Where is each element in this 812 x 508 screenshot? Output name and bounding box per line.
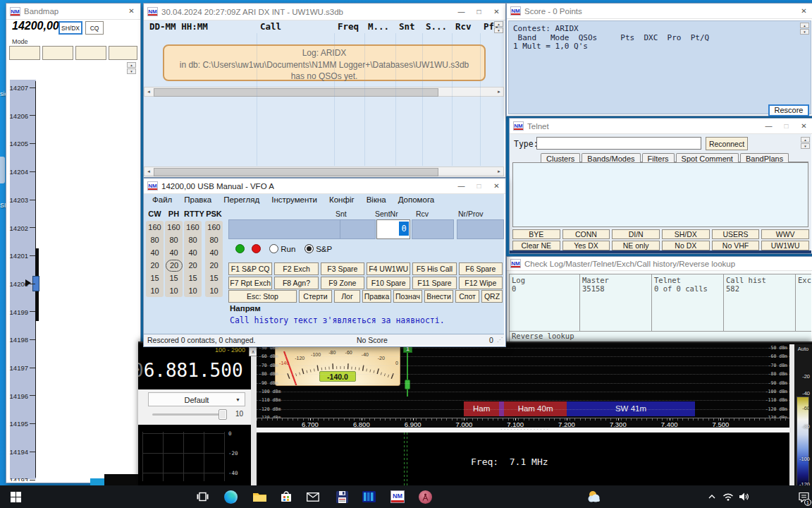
edge-browser-icon[interactable] <box>220 485 241 508</box>
band-button-cw-15[interactable]: 15 <box>146 272 164 284</box>
close-icon[interactable]: ✕ <box>488 183 505 190</box>
log-hscrollbar2[interactable]: ◄► <box>144 167 504 176</box>
band-button-rtty-80[interactable]: 80 <box>184 234 202 246</box>
fkey-f5-his-call[interactable]: F5 His Call <box>412 262 456 275</box>
log-titlebar[interactable]: NM 30.04.2024 20:27:09Z ARI DX INT - UW1… <box>144 4 505 20</box>
minimize-icon[interactable]: — <box>453 183 470 190</box>
telnet-button-bye[interactable]: BYE <box>512 229 560 239</box>
band-button-ph-160[interactable]: 160 <box>165 221 183 234</box>
tray-chevron-up-icon[interactable] <box>703 485 720 508</box>
menu-допомога[interactable]: Допомога <box>398 195 435 204</box>
weather-icon[interactable] <box>581 485 609 508</box>
volume-slider-track[interactable] <box>152 413 226 416</box>
fkey-f2-exch[interactable]: F2 Exch <box>274 262 318 275</box>
sdr-frequency-display[interactable]: 06.881.500 <box>138 360 243 381</box>
check-titlebar[interactable]: NM Check Log/Master/Telnet/Exch/Call his… <box>507 257 812 271</box>
fkey-f8-agn-[interactable]: F8 Agn? <box>274 277 318 289</box>
cq-button[interactable]: CQ <box>85 21 104 35</box>
nrprov-input[interactable] <box>457 219 504 239</box>
minimize-icon[interactable]: — <box>760 123 777 130</box>
bandmap-mode-box[interactable] <box>75 46 106 60</box>
score-spinner[interactable]: ▲▼ <box>800 23 809 35</box>
waterfall[interactable]: Freq: 7.1 MHz <box>257 433 789 488</box>
menu-інструменти[interactable]: Інструменти <box>271 195 317 204</box>
telnet-button-no-dx[interactable]: No DX <box>662 241 710 250</box>
menu-перегляд[interactable]: Перегляд <box>223 195 259 204</box>
telnet-button-ne-only[interactable]: NE only <box>612 241 660 250</box>
band-button-cw-160[interactable]: 160 <box>146 221 164 234</box>
shdx-button[interactable]: SH/DX <box>59 21 82 35</box>
close-icon[interactable]: ✕ <box>795 123 812 130</box>
log-hscrollbar[interactable]: ◄► <box>144 87 504 97</box>
rescore-button[interactable]: Rescore <box>768 104 809 116</box>
band-button-cw-20[interactable]: 20 <box>146 259 164 272</box>
band-button-rtty-15[interactable]: 15 <box>184 272 202 284</box>
telnet-button-clear-ne[interactable]: Clear NE <box>512 241 560 250</box>
snt-input[interactable] <box>340 219 376 239</box>
band-button-cw-10[interactable]: 10 <box>146 284 164 297</box>
spectrum-zoom-bar[interactable]: ··············· <box>257 428 789 433</box>
fkey-f4-uw1wu[interactable]: F4 UW1WU <box>367 262 410 275</box>
fkey-f7-rpt-exch[interactable]: F7 Rpt Exch <box>228 277 272 289</box>
action-key-внести[interactable]: Внести <box>424 290 453 303</box>
action-key-стерти[interactable]: Стерти <box>299 290 332 303</box>
spectrum-app-icon[interactable] <box>357 485 381 508</box>
band-button-rtty-160[interactable]: 160 <box>184 221 202 234</box>
band-button-cw-40[interactable]: 40 <box>146 246 164 259</box>
fkey-f6-spare[interactable]: F6 Spare <box>459 262 503 275</box>
score-titlebar[interactable]: NM Score - 0 Points ✕ <box>507 4 812 19</box>
telnet-titlebar[interactable]: NM Telnet —□✕ <box>510 119 812 134</box>
band-button-psk-160[interactable]: 160 <box>205 221 223 234</box>
fkey-f10-spare[interactable]: F10 Spare <box>367 277 410 289</box>
action-key-лог[interactable]: Лог <box>334 290 360 303</box>
action-key-познач[interactable]: Познач <box>393 290 422 303</box>
action-key-спот[interactable]: Спот <box>455 290 479 303</box>
bandmap-zoom-spinner[interactable]: ▲▼ <box>127 62 136 74</box>
microsoft-store-icon[interactable] <box>275 485 297 508</box>
action-key-esc-stop[interactable]: Esc: Stop <box>228 290 297 303</box>
n1mm-taskbar-icon[interactable]: NM <box>383 485 412 508</box>
fkey-f12-wipe[interactable]: F12 Wipe <box>459 277 503 289</box>
file-explorer-icon[interactable] <box>248 485 271 508</box>
band-button-psk-20[interactable]: 20 <box>205 259 223 272</box>
telnet-button-users[interactable]: USERS <box>712 229 760 239</box>
log-spinner[interactable]: ▲▼ <box>494 21 503 33</box>
sdr-splitter[interactable] <box>251 344 257 488</box>
sp-radio[interactable]: S&P <box>304 244 332 253</box>
band-button-rtty-20[interactable]: 20 <box>184 259 202 272</box>
rcv-input[interactable] <box>412 219 454 239</box>
speaker-icon[interactable] <box>736 485 751 508</box>
start-button[interactable] <box>0 485 31 508</box>
band-button-ph-20[interactable]: 20 <box>166 260 183 272</box>
sdr-right-splitter[interactable] <box>789 344 794 488</box>
band-button-cw-80[interactable]: 80 <box>146 234 164 246</box>
telnet-spinner[interactable]: ▲▼ <box>801 137 810 149</box>
sentnr-input[interactable]: 0 <box>376 219 410 239</box>
telnet-button-sh-dx[interactable]: SH/DX <box>662 229 710 239</box>
telnet-output-area[interactable] <box>512 162 808 227</box>
zoom-bar-grip[interactable]: ··············· <box>500 426 578 433</box>
band-button-rtty-10[interactable]: 10 <box>184 284 202 297</box>
bandmap-mode-box[interactable] <box>9 46 40 60</box>
fkey-f3-spare[interactable]: F3 Spare <box>321 262 364 275</box>
notification-center-button[interactable]: 1 <box>795 485 812 508</box>
band-button-ph-10[interactable]: 10 <box>165 284 183 297</box>
band-button-psk-80[interactable]: 80 <box>205 234 223 246</box>
band-button-psk-15[interactable]: 15 <box>205 272 223 284</box>
band-button-psk-40[interactable]: 40 <box>205 246 223 259</box>
waterfall-palette-column[interactable]: Auto -20-40-60-80-100-120 <box>794 344 812 488</box>
bandmap-mode-box[interactable] <box>109 46 137 60</box>
profile-dropdown[interactable]: Default▼ <box>148 392 245 406</box>
menu-файл[interactable]: Файл <box>152 195 172 204</box>
menu-конфіг[interactable]: Конфіг <box>329 195 355 204</box>
band-button-psk-10[interactable]: 10 <box>205 284 223 297</box>
volume-slider-handle[interactable] <box>219 409 227 420</box>
close-icon[interactable]: ✕ <box>795 8 812 15</box>
wifi-icon[interactable] <box>720 485 736 508</box>
telnet-button-conn[interactable]: CONN <box>562 229 610 239</box>
entry-titlebar[interactable]: NM 14200,00 USB Manual - VFO A —□✕ <box>144 179 505 194</box>
tune-marker-handle[interactable] <box>405 380 410 389</box>
action-key-qrz[interactable]: QRZ <box>481 290 503 303</box>
close-icon[interactable]: ✕ <box>488 8 505 16</box>
telnet-button-no-vhf[interactable]: No VHF <box>712 241 760 250</box>
